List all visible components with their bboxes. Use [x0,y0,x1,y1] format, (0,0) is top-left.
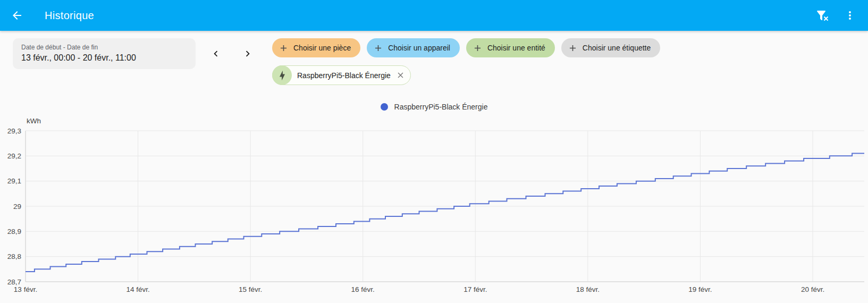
y-tick-label: 28,8 [7,252,21,260]
remove-entity-button[interactable] [395,70,406,81]
chevron-right-icon [242,48,254,60]
plus-icon [279,43,289,53]
date-nav [203,41,260,66]
y-tick-label: 29,3 [7,127,21,135]
x-tick-label: 20 févr. [801,285,824,293]
date-range-value: 13 févr., 00:00 - 20 févr., 11:00 [21,53,187,63]
entity-avatar [272,65,292,85]
plus-icon [373,43,383,53]
x-tick-label: 16 févr. [351,285,375,293]
app-header: Historique [0,0,868,31]
filter-chip-entity[interactable]: Choisir une entité [466,38,555,57]
filter-chip-label: Choisir une entité [487,44,545,52]
history-page: Historique Date de début - Date de fin 1… [0,0,868,303]
series-line [26,154,864,272]
date-range-label: Date de début - Date de fin [21,44,187,51]
y-tick-label: 29,2 [7,152,21,160]
next-period-button[interactable] [235,41,260,66]
filter-chip-label: Choisir une pièce [293,44,351,52]
chips-block: Choisir une pièce Choisir un appareil Ch… [272,38,660,85]
filter-chip-area[interactable]: Choisir une pièce [272,38,360,57]
filter-chips-row: Choisir une pièce Choisir un appareil Ch… [272,38,660,57]
filter-chip-device[interactable]: Choisir un appareil [367,38,460,57]
filter-remove-icon [816,9,829,22]
legend-item[interactable]: RaspberryPi5-Black Énergie [381,103,488,111]
filter-chip-label: Choisir une étiquette [583,44,651,52]
plus-icon [473,43,483,53]
chart-legend: RaspberryPi5-Black Énergie [0,103,868,111]
dots-vertical-icon [844,9,856,22]
filter-chip-label: Choisir un appareil [388,44,450,52]
y-axis-unit: kWh [27,117,41,125]
selected-entity-label: RaspberryPi5-Black Énergie [297,71,391,80]
y-tick-label: 29,1 [7,177,21,185]
y-tick-label: 28,7 [7,278,21,286]
history-chart[interactable]: 28,728,828,92929,129,229,313 févr.14 fév… [0,114,868,294]
selected-entity-chip[interactable]: RaspberryPi5-Black Énergie [272,65,411,85]
x-tick-label: 18 févr. [576,285,600,293]
page-title: Historique [45,10,94,22]
chevron-left-icon [210,48,222,60]
selected-entities-row: RaspberryPi5-Black Énergie [272,65,660,85]
x-tick-label: 13 févr. [14,285,37,293]
remove-filters-button[interactable] [810,3,835,28]
legend-swatch [381,103,388,111]
x-tick-label: 15 févr. [239,285,262,293]
date-range-picker[interactable]: Date de début - Date de fin 13 févr., 00… [13,38,196,69]
back-button[interactable] [4,3,30,28]
x-tick-label: 14 févr. [126,285,149,293]
filter-controls: Date de début - Date de fin 13 févr., 00… [0,38,868,85]
previous-period-button[interactable] [203,41,229,66]
plus-icon [568,43,578,53]
x-tick-label: 19 févr. [688,285,712,293]
filter-chip-label-tag[interactable]: Choisir une étiquette [561,38,660,57]
y-tick-label: 29 [13,203,21,211]
y-tick-label: 28,9 [7,228,21,235]
menu-button[interactable] [837,3,863,28]
flash-icon [277,70,288,81]
legend-label: RaspberryPi5-Black Énergie [394,103,488,111]
chart-area: 28,728,828,92929,129,229,313 févr.14 fév… [0,114,868,297]
arrow-left-icon [11,9,23,22]
x-tick-label: 17 févr. [464,285,487,293]
close-icon [396,71,405,80]
